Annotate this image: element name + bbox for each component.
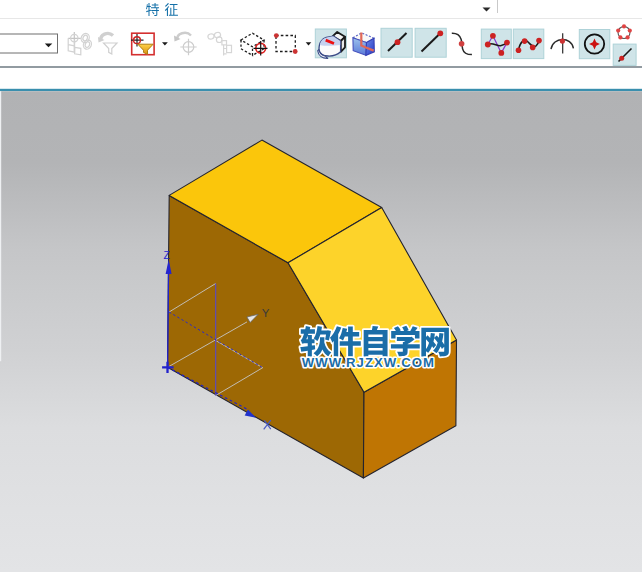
svg-text:WWW.RJZXW.COM: WWW.RJZXW.COM (302, 355, 435, 370)
svg-text:Y: Y (262, 307, 270, 319)
svg-text:Z: Z (164, 249, 171, 261)
